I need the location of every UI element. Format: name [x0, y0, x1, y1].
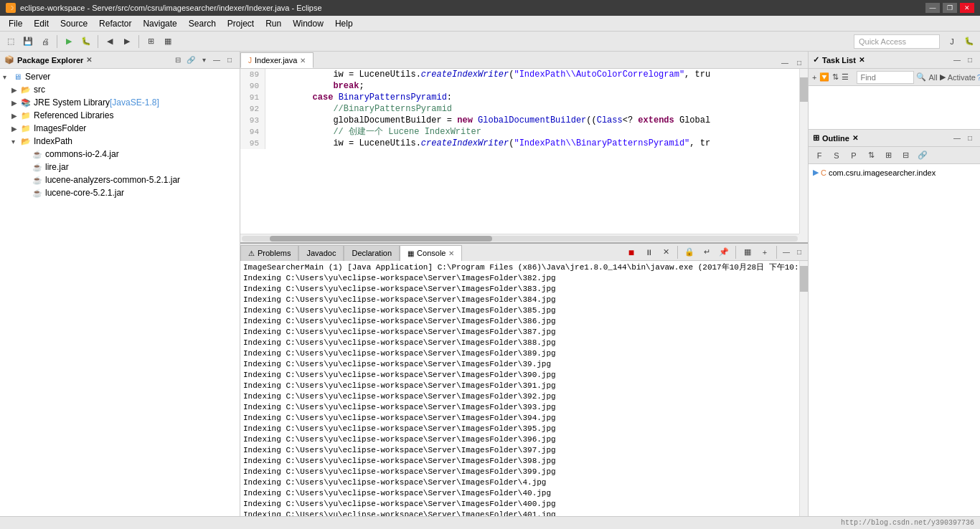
- task-help-icon[interactable]: ?: [977, 73, 980, 82]
- package-explorer-title: Package Explorer: [17, 56, 83, 65]
- new-button[interactable]: ⬚: [3, 34, 19, 49]
- tree-item-lire[interactable]: ▶ ☕ lire.jar: [0, 161, 240, 173]
- tree-item-lucene-analyzers[interactable]: ▶ ☕ lucene-analyzers-common-5.2.1.jar: [0, 173, 240, 186]
- code-vscroll[interactable]: [799, 69, 808, 234]
- outline-sort-button[interactable]: ⇅: [863, 148, 879, 163]
- code-hscroll[interactable]: [240, 234, 799, 242]
- task-find-next-icon[interactable]: ▶: [939, 70, 946, 85]
- perspective-java-button[interactable]: J: [944, 34, 960, 49]
- console-clear-button[interactable]: ✕: [658, 244, 674, 260]
- outline-hide-nonpublic[interactable]: P: [846, 148, 862, 163]
- perspective-debug-button[interactable]: 🐛: [961, 34, 977, 49]
- perspective-button[interactable]: ⊞: [143, 34, 159, 49]
- menu-edit[interactable]: Edit: [28, 16, 55, 31]
- menu-refactor[interactable]: Refactor: [93, 16, 137, 31]
- tree-item-src[interactable]: ▶ 📂 src: [0, 83, 240, 96]
- run-button[interactable]: ▶: [61, 34, 77, 49]
- minimize-button[interactable]: —: [925, 3, 940, 13]
- task-find-input[interactable]: [857, 71, 914, 84]
- menu-window[interactable]: Window: [287, 16, 329, 31]
- tree-item-lucene-core[interactable]: ▶ ☕ lucene-core-5.2.1.jar: [0, 186, 240, 199]
- scroll-lock-button[interactable]: 🔒: [682, 244, 697, 260]
- code-vscroll-thumb[interactable]: [800, 77, 808, 103]
- toggle-src[interactable]: ▶: [11, 86, 20, 94]
- outline-expand-button[interactable]: ⊞: [880, 148, 896, 163]
- outline-minimize-button[interactable]: —: [951, 133, 963, 144]
- close-button[interactable]: ✕: [960, 3, 974, 13]
- debug-button[interactable]: 🐛: [78, 34, 94, 49]
- print-button[interactable]: 🖨: [37, 34, 53, 49]
- editor-maximize-button[interactable]: □: [793, 57, 805, 68]
- word-wrap-button[interactable]: ↵: [699, 244, 715, 260]
- editor-minimize-button[interactable]: —: [779, 57, 791, 68]
- console-minimize-button[interactable]: —: [781, 247, 792, 258]
- editor-tab-close-icon[interactable]: ✕: [300, 57, 306, 65]
- outline-hide-fields[interactable]: F: [811, 148, 827, 163]
- outline-collapse-button[interactable]: ⊟: [897, 148, 913, 163]
- stop-console-button[interactable]: ■: [623, 244, 639, 260]
- toggle-ref-libs[interactable]: ▶: [11, 112, 20, 120]
- toggle-server[interactable]: ▾: [3, 73, 11, 81]
- console-pause-button[interactable]: ⏸: [641, 244, 656, 260]
- task-minimize-button[interactable]: —: [951, 54, 963, 66]
- maximize-panel-button[interactable]: □: [224, 54, 235, 66]
- tree-item-ref-libs[interactable]: ▶ 📁 Referenced Libraries: [0, 109, 240, 122]
- next-button[interactable]: ▶: [119, 34, 135, 49]
- pin-console-button[interactable]: 📌: [716, 244, 732, 260]
- tree-label-lucene-analyzers: lucene-analyzers-common-5.2.1.jar: [45, 175, 180, 185]
- tab-console[interactable]: ▦ Console ✕: [400, 245, 462, 261]
- console-vscroll-thumb[interactable]: [800, 266, 808, 292]
- outline-item-class[interactable]: ▶ C com.csru.imagesearcher.index: [811, 167, 977, 178]
- console-close-icon[interactable]: ✕: [448, 249, 454, 257]
- task-filter-button[interactable]: 🔽: [819, 70, 830, 85]
- tab-problems[interactable]: ⚠ Problems: [240, 245, 298, 261]
- console-vscroll[interactable]: [799, 261, 808, 520]
- task-add-button[interactable]: +: [811, 70, 817, 85]
- tree-item-server[interactable]: ▾ 🖥 Server: [0, 70, 240, 83]
- save-button[interactable]: 💾: [20, 34, 36, 49]
- tab-javadoc[interactable]: Javadoc: [298, 245, 344, 261]
- menu-project[interactable]: Project: [222, 16, 260, 31]
- task-list-close-icon[interactable]: ✕: [859, 56, 864, 64]
- menu-source[interactable]: Source: [55, 16, 93, 31]
- tree-item-jre[interactable]: ▶ 📚 JRE System Library [JavaSE-1.8]: [0, 96, 240, 109]
- menu-navigate[interactable]: Navigate: [137, 16, 182, 31]
- outline-close-icon[interactable]: ✕: [852, 134, 858, 142]
- new-console-button[interactable]: +: [757, 244, 773, 260]
- tree-item-images-folder[interactable]: ▶ 📁 ImagesFolder: [0, 122, 240, 135]
- task-sort-button[interactable]: ⇅: [831, 70, 839, 85]
- maximize-button[interactable]: ❐: [943, 3, 957, 13]
- task-columns-button[interactable]: ☰: [841, 70, 849, 85]
- toggle-index-path[interactable]: ▾: [11, 138, 20, 146]
- tree-item-commons-io[interactable]: ▶ ☕ commons-io-2.4.jar: [0, 148, 240, 161]
- menu-search[interactable]: Search: [183, 16, 222, 31]
- console-output[interactable]: ImageSearcherMain (1) [Java Application]…: [240, 261, 799, 520]
- tree-label-jre-version: [JavaSE-1.8]: [110, 97, 159, 108]
- minimize-panel-button[interactable]: —: [211, 54, 222, 66]
- menu-run[interactable]: Run: [260, 16, 287, 31]
- task-maximize-button[interactable]: □: [964, 54, 976, 66]
- outline-link-button[interactable]: 🔗: [915, 148, 930, 163]
- prev-button[interactable]: ◀: [102, 34, 118, 49]
- collapse-all-button[interactable]: ⊟: [172, 54, 184, 66]
- view-menu-button[interactable]: ▾: [198, 54, 209, 66]
- outline-maximize-button[interactable]: □: [964, 133, 976, 144]
- menu-help[interactable]: Help: [329, 16, 359, 31]
- console-maximize-button[interactable]: □: [793, 247, 805, 258]
- code-area[interactable]: 89 iw = LuceneUtils.createIndexWriter("I…: [240, 69, 799, 234]
- outline-hide-static-fields[interactable]: S: [829, 148, 844, 163]
- bottom-tabs: ⚠ Problems Javadoc Declaration ▦ Console…: [240, 244, 621, 261]
- open-console-button[interactable]: ▦: [740, 244, 755, 260]
- editor-tab-indexer[interactable]: J Indexer.java ✕: [240, 52, 314, 68]
- task-find-icon[interactable]: 🔍: [915, 70, 927, 85]
- close-view-icon[interactable]: ✕: [86, 56, 92, 64]
- menu-file[interactable]: File: [3, 16, 28, 31]
- link-editor-button[interactable]: 🔗: [185, 54, 197, 66]
- toggle-images[interactable]: ▶: [11, 125, 20, 133]
- tab-declaration[interactable]: Declaration: [344, 245, 400, 261]
- quick-access-field[interactable]: Quick Access: [854, 34, 940, 49]
- tree-item-index-path[interactable]: ▾ 📂 IndexPath: [0, 135, 240, 148]
- console-button[interactable]: ▦: [160, 34, 176, 49]
- tab-problems-icon: ⚠: [248, 249, 255, 257]
- toggle-jre[interactable]: ▶: [11, 99, 20, 107]
